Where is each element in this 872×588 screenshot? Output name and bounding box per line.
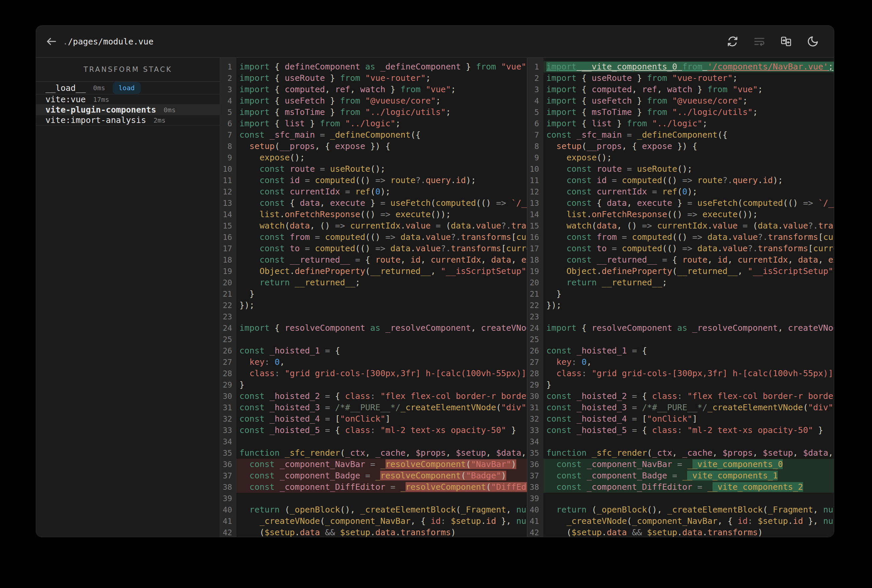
code-text: const _hoisted_3 = /*#__PURE__*/_createE… (543, 402, 834, 413)
code-line: 21 } (527, 288, 834, 300)
line-number: 18 (527, 254, 543, 266)
split-diff-view-button[interactable] (780, 35, 792, 48)
sidebar-item-vite-plugin-components[interactable]: vite-plugin-components0ms (36, 105, 220, 115)
line-number: 7 (527, 129, 543, 141)
line-number: 6 (527, 118, 543, 129)
wrap-text-icon (753, 35, 765, 48)
code-text: key: 0, (236, 357, 527, 368)
sidebar-item-vite-import-analysis[interactable]: vite:import-analysis2ms (36, 115, 220, 126)
line-number: 11 (220, 175, 236, 186)
code-line: 3import { computed, ref, watch } from "v… (527, 84, 834, 95)
plugin-time: 0ms (164, 106, 176, 114)
code-line: 24import { resolveComponent as _resolveC… (527, 322, 834, 334)
line-number: 1 (527, 61, 543, 72)
code-line: 41 _createVNode(_component_NavBar, { id:… (527, 516, 834, 527)
code-line: 28 class: "grid grid-cols-[300px,3fr] h-… (527, 368, 834, 379)
code-text: const route = useRoute(); (543, 164, 834, 175)
wrap-text-button[interactable] (753, 35, 766, 48)
code-text: const _component_Badge = _resolveCompone… (236, 470, 527, 482)
line-number: 2 (527, 72, 543, 84)
code-line: 11 const id = computed(() => route?.quer… (527, 175, 834, 186)
pane-before[interactable]: 1import { defineComponent as _defineComp… (220, 58, 527, 537)
line-number: 23 (220, 311, 236, 322)
line-number: 19 (527, 266, 543, 277)
plugin-name: vite:vue (45, 94, 86, 104)
code-text: import { msToTime } from "../logic/utils… (236, 106, 527, 118)
code-text (543, 493, 834, 504)
plugin-time: 17ms (93, 96, 109, 104)
code-line: 40 return (_openBlock(), _createElementB… (220, 504, 527, 516)
code-text: class: "grid grid-cols-[300px,3fr] h-[ca… (236, 368, 527, 379)
pane-after[interactable]: 1import __vite_components_0 from '/compo… (527, 58, 834, 537)
code-text (236, 311, 527, 322)
code-line: 22}); (220, 300, 527, 311)
sidebar-item-vite-vue[interactable]: vite:vue17ms (36, 94, 220, 105)
code-text: const _component_DiffEditor = __vite_com… (543, 482, 834, 493)
back-button[interactable] (44, 33, 60, 50)
line-number: 23 (527, 311, 543, 322)
code-line: 23 (527, 311, 834, 322)
code-text: const { data, execute } = useFetch(compu… (543, 198, 834, 209)
line-number: 11 (527, 175, 543, 186)
code-text: const currentIdx = ref(0); (236, 186, 527, 198)
code-text: const _component_DiffEditor = _resolveCo… (236, 482, 527, 493)
code-line: 35function _sfc_render(_ctx, _cache, $pr… (220, 447, 527, 459)
line-number: 31 (220, 402, 236, 413)
line-number: 15 (527, 220, 543, 231)
code-line: 26const _hoisted_1 = { (527, 345, 834, 357)
code-text: import __vite_components_0 from '/compon… (543, 61, 834, 72)
line-number: 22 (527, 300, 543, 311)
code-text: const _component_Badge = __vite_componen… (543, 470, 834, 482)
dark-mode-button[interactable] (806, 35, 819, 48)
refresh-button[interactable] (726, 35, 739, 48)
code-text: } (236, 288, 527, 300)
pane-before-code: 1import { defineComponent as _defineComp… (220, 61, 527, 537)
code-text: ($setup.data && $setup.data.transforms) (543, 527, 834, 537)
line-number: 40 (527, 504, 543, 516)
code-line: 25 (527, 334, 834, 345)
line-number: 34 (220, 436, 236, 447)
code-line: 31const _hoisted_3 = /*#__PURE__*/_creat… (527, 402, 834, 413)
code-line: 19 Object.defineProperty(__returned__, "… (527, 266, 834, 277)
line-number: 28 (220, 368, 236, 379)
code-text (543, 436, 834, 447)
code-text: const _hoisted_2 = { class: "flex flex-c… (236, 390, 527, 402)
line-number: 37 (220, 470, 236, 482)
code-line: 21 } (220, 288, 527, 300)
plugin-time: 0ms (93, 84, 105, 92)
code-line: 20 return __returned__; (527, 277, 834, 288)
dark-mode-moon-icon (807, 35, 819, 48)
line-number: 2 (220, 72, 236, 84)
code-line: 40 return (_openBlock(), _createElementB… (527, 504, 834, 516)
code-line: 17 const to = computed(() => data.value?… (527, 243, 834, 254)
code-line: 36 const _component_NavBar = __vite_comp… (527, 459, 834, 470)
code-text: const from = computed(() => data.value?.… (236, 231, 527, 243)
code-line: 42 ($setup.data && $setup.data.transform… (527, 527, 834, 537)
code-text: const _sfc_main = _defineComponent({ (543, 129, 834, 141)
line-number: 16 (527, 231, 543, 243)
code-line: 14 list.onFetchResponse(() => execute())… (220, 209, 527, 220)
code-text: Object.defineProperty(__returned__, "__i… (543, 266, 834, 277)
line-number: 9 (220, 152, 236, 164)
code-text: const _hoisted_3 = /*#__PURE__*/_createE… (236, 402, 527, 413)
line-number: 14 (527, 209, 543, 220)
code-line: 41 _createVNode(_component_NavBar, { id:… (220, 516, 527, 527)
code-line: 9 expose(); (220, 152, 527, 164)
line-number: 29 (220, 379, 236, 390)
code-line: 8 setup(__props, { expose }) { (527, 141, 834, 152)
code-line: 24import { resolveComponent as _resolveC… (220, 322, 527, 334)
line-number: 30 (220, 390, 236, 402)
code-text: import { useFetch } from "@vueuse/core"; (236, 95, 527, 106)
code-text: function _sfc_render(_ctx, _cache, $prop… (543, 447, 834, 459)
code-line: 30const _hoisted_2 = { class: "flex flex… (220, 390, 527, 402)
code-text (236, 436, 527, 447)
code-text: const _hoisted_1 = { (543, 345, 834, 357)
line-number: 33 (527, 424, 543, 436)
code-text: class: "grid grid-cols-[300px,3fr] h-[ca… (543, 368, 834, 379)
code-text: const __returned__ = { route, id, curren… (543, 254, 834, 266)
sidebar-item-load[interactable]: __load__0msload (36, 82, 220, 94)
line-number: 24 (527, 322, 543, 334)
line-number: 3 (527, 84, 543, 95)
line-number: 26 (527, 345, 543, 357)
code-line: 5import { msToTime } from "../logic/util… (527, 106, 834, 118)
